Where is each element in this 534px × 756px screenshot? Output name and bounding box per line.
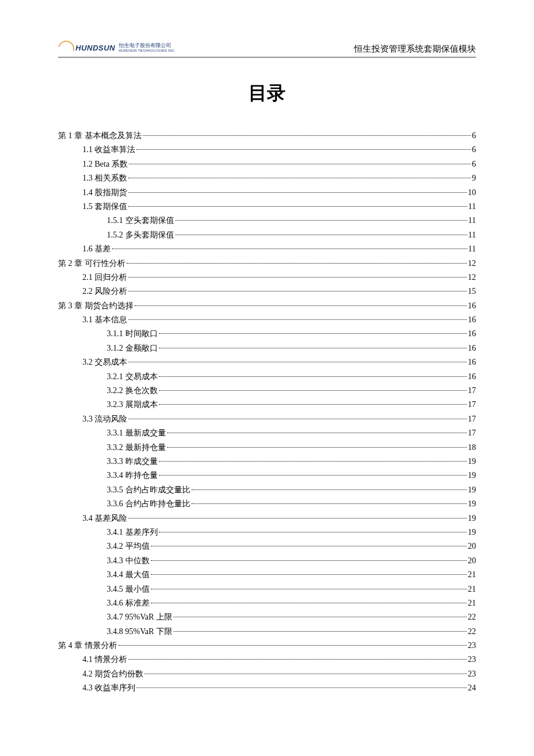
toc-page-number: 12 [468, 257, 476, 270]
toc-entry[interactable]: 3.4.6 标准差21 [58, 597, 476, 610]
toc-entry[interactable]: 3.4.2 平均值20 [58, 540, 476, 553]
toc-label: 3.2.1 交易成本 [107, 370, 158, 383]
toc-page-number: 19 [468, 512, 476, 525]
toc-leader-dots [127, 263, 467, 264]
toc-label: 3.2 交易成本 [82, 356, 127, 369]
toc-entry[interactable]: 1.2 Beta 系数6 [58, 158, 476, 171]
toc-entry[interactable]: 1.5 套期保值11 [58, 200, 476, 213]
toc-page-number: 17 [468, 384, 476, 397]
toc-page-number: 21 [468, 597, 476, 610]
toc-entry[interactable]: 第 3 章 期货合约选择16 [58, 300, 476, 312]
toc-page-number: 16 [468, 342, 476, 355]
toc-leader-dots [159, 404, 467, 405]
doc-title: 恒生投资管理系统套期保值模块 [354, 44, 476, 55]
toc-entry[interactable]: 1.5.2 多头套期保值11 [58, 229, 476, 242]
toc-page-number: 11 [468, 243, 476, 255]
toc-label: 3.4.6 标准差 [107, 597, 150, 610]
toc-label: 3.4.8 95%VaR 下限 [107, 625, 172, 638]
toc-entry[interactable]: 3.4.5 最小值21 [58, 583, 476, 596]
toc-entry[interactable]: 3.1.2 金额敞口16 [58, 342, 476, 355]
toc-page-number: 16 [468, 356, 476, 369]
toc-entry[interactable]: 3.3.1 最新成交量17 [58, 427, 476, 440]
logo-company: 恒生电子股份有限公司 HUNDSUN TECHNOLOGIES INC. [119, 43, 176, 52]
toc-label: 3.4.1 基差序列 [107, 526, 158, 539]
logo-company-en: HUNDSUN TECHNOLOGIES INC. [119, 49, 176, 53]
toc-label: 3.1 基本信息 [82, 314, 127, 326]
toc-leader-dots [128, 192, 467, 193]
toc-page-number: 22 [468, 611, 476, 624]
toc-page-number: 20 [468, 540, 476, 553]
toc-page-number: 23 [468, 668, 476, 681]
toc-entry[interactable]: 3.3 流动风险17 [58, 413, 476, 426]
toc-leader-dots [136, 149, 471, 150]
toc-leader-dots [167, 447, 467, 448]
toc-leader-dots [128, 419, 467, 419]
toc-entry[interactable]: 2.2 风险分析15 [58, 285, 476, 298]
toc-label: 3.2.2 换仓次数 [107, 384, 158, 397]
toc-label: 3.1.2 金额敞口 [107, 342, 158, 355]
toc-leader-dots [112, 249, 467, 249]
toc-entry[interactable]: 3.4.8 95%VaR 下限22 [58, 625, 476, 638]
toc-page-number: 19 [468, 455, 476, 468]
toc-page-number: 11 [468, 200, 476, 213]
toc-label: 3.4.2 平均值 [107, 540, 150, 553]
toc-entry[interactable]: 1.3 相关系数9 [58, 172, 476, 185]
toc-entry[interactable]: 3.4.7 95%VaR 上限22 [58, 611, 476, 624]
toc-entry[interactable]: 第 4 章 情景分析23 [58, 639, 476, 652]
toc-entry[interactable]: 3.4.3 中位数20 [58, 555, 476, 567]
page-title: 目录 [58, 81, 476, 106]
toc-entry[interactable]: 1.5.1 空头套期保值11 [58, 214, 476, 227]
toc-entry[interactable]: 3.1 基本信息16 [58, 314, 476, 326]
toc-label: 2.2 风险分析 [82, 285, 127, 298]
toc-entry[interactable]: 3.3.2 最新持仓量18 [58, 441, 476, 454]
toc-entry[interactable]: 4.2 期货合约份数23 [58, 668, 476, 681]
toc-leader-dots [128, 518, 467, 519]
toc-entry[interactable]: 3.4.4 最大值21 [58, 568, 476, 581]
toc-label: 3.2.3 展期成本 [107, 398, 158, 411]
toc-entry[interactable]: 3.3.6 合约占昨持仓量比19 [58, 498, 476, 510]
toc-entry[interactable]: 4.3 收益率序列24 [58, 682, 476, 694]
toc-page-number: 12 [468, 271, 476, 284]
toc-entry[interactable]: 第 2 章 可行性分析12 [58, 257, 476, 270]
toc-leader-dots [128, 277, 467, 278]
toc-entry[interactable]: 3.4.1 基差序列19 [58, 526, 476, 539]
toc-page-number: 10 [468, 186, 476, 199]
toc-label: 第 1 章 基本概念及算法 [58, 129, 142, 142]
toc-leader-dots [167, 433, 467, 433]
toc-entry[interactable]: 4.1 情景分析23 [58, 653, 476, 666]
toc-entry[interactable]: 1.6 基差11 [58, 243, 476, 255]
toc-page-number: 23 [468, 653, 476, 666]
toc-label: 3.4.4 最大值 [107, 568, 150, 581]
toc-entry[interactable]: 1.1 收益率算法6 [58, 143, 476, 156]
toc-leader-dots [159, 461, 467, 462]
toc-entry[interactable]: 3.4 基差风险19 [58, 512, 476, 525]
toc-entry[interactable]: 3.2 交易成本16 [58, 356, 476, 369]
toc-leader-dots [118, 645, 467, 646]
toc-entry[interactable]: 2.1 回归分析12 [58, 271, 476, 284]
toc-page-number: 24 [468, 682, 476, 694]
toc-entry[interactable]: 3.3.3 昨成交量19 [58, 455, 476, 468]
toc-entry[interactable]: 3.2.3 展期成本17 [58, 398, 476, 411]
toc-page-number: 17 [468, 398, 476, 411]
toc-entry[interactable]: 第 1 章 基本概念及算法6 [58, 129, 476, 142]
toc-label: 1.1 收益率算法 [82, 143, 135, 156]
toc-page-number: 19 [468, 498, 476, 510]
toc-leader-dots [128, 362, 467, 362]
toc-page-number: 22 [468, 625, 476, 638]
toc-label: 3.4 基差风险 [82, 512, 127, 525]
toc-page-number: 6 [472, 129, 476, 142]
toc-entry[interactable]: 3.2.1 交易成本16 [58, 370, 476, 383]
toc-leader-dots [151, 546, 467, 546]
toc-entry[interactable]: 1.4 股指期货10 [58, 186, 476, 199]
toc-entry[interactable]: 3.3.4 昨持仓量19 [58, 469, 476, 482]
toc-entry[interactable]: 3.1.1 时间敞口16 [58, 327, 476, 340]
toc-label: 3.3.4 昨持仓量 [107, 469, 158, 482]
page-header: HUNDSUN 恒生电子股份有限公司 HUNDSUN TECHNOLOGIES … [58, 41, 476, 57]
toc-label: 3.3.1 最新成交量 [107, 427, 166, 440]
toc-entry[interactable]: 3.2.2 换仓次数17 [58, 384, 476, 397]
toc-entry[interactable]: 3.3.5 合约占昨成交量比19 [58, 484, 476, 496]
toc-leader-dots [192, 489, 467, 490]
toc-page-number: 9 [472, 172, 476, 185]
toc-page-number: 11 [468, 214, 476, 227]
toc-page-number: 21 [468, 583, 476, 596]
